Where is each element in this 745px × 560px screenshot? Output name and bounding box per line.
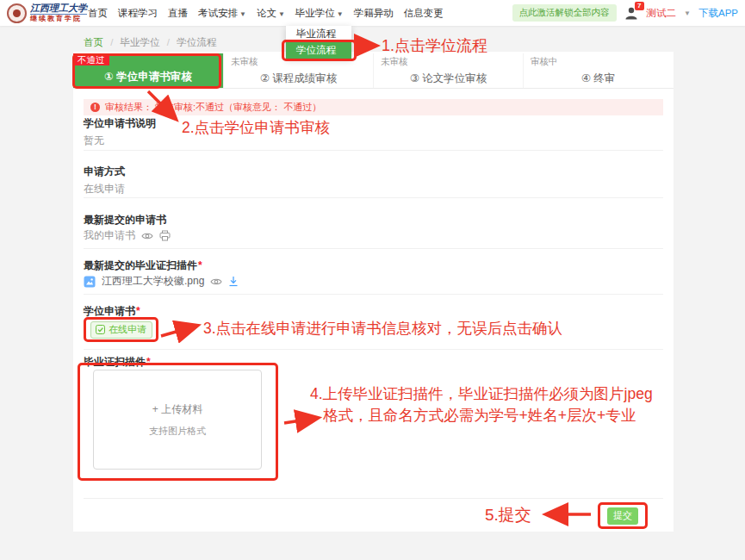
plus-icon: + [152,403,158,415]
alert-text: 审核结果： 学校审核:不通过（审核意见： 不通过） [105,101,321,114]
chevron-down-icon: ▼ [239,10,246,18]
latest-application-row: 我的申请书 [84,228,171,243]
divider [84,349,663,350]
exclamation-circle-icon: ! [90,103,100,112]
activate-unlock-button[interactable]: 点此激活解锁全部内容 [512,4,617,22]
nav-item-courses[interactable]: 课程学习 [118,7,158,20]
latest-application-label: 最新提交的申请书 [84,213,166,227]
tab-degree-application-review[interactable]: 不通过 ① 学位申请书审核 [73,53,223,88]
latest-application-value: 我的申请书 [84,228,135,243]
upload-hint: 支持图片格式 [149,425,206,438]
download-app-link[interactable]: 下载APP [698,7,738,20]
university-seal-icon [7,3,27,23]
degree-application-label: 学位申请书* [84,304,140,319]
method-value: 在线申请 [84,182,125,196]
user-avatar[interactable]: 7 [624,6,639,21]
breadcrumb-home[interactable]: 首页 [84,37,103,47]
divider [84,248,663,249]
divider [84,197,663,198]
top-navbar: 江西理工大学 继续教育学院 首页 课程学习 直播 考试安排▼ 论文▼ 毕业学位▼… [0,0,745,26]
dropdown-item-graduation-process[interactable]: 毕业流程 [286,26,351,42]
nav-item-live[interactable]: 直播 [168,7,188,20]
nav-item-home[interactable]: 首页 [88,7,108,20]
degree-process-panel: 不通过 ① 学位申请书审核 未审核 ② 课程成绩审核 未审核 ③ 论文学位审核 … [73,52,674,532]
tab-course-grade-review[interactable]: 未审核 ② 课程成绩审核 [223,53,373,88]
logo-university-name: 江西理工大学 [30,3,87,15]
desc-label: 学位申请书说明 [84,116,156,131]
tab-thesis-degree-review[interactable]: 未审核 ③ 论文学位审核 [373,53,523,88]
image-file-icon [84,276,96,288]
nav-item-info-change[interactable]: 信息变更 [404,7,444,20]
method-label: 申请方式 [84,165,125,179]
divider [84,294,663,295]
upload-text: 上传材料 [161,403,202,415]
submit-button[interactable]: 提交 [607,507,638,525]
desc-value: 暂无 [84,134,104,148]
latest-scan-label: 最新提交的毕业证扫描件* [84,258,202,273]
graduation-degree-dropdown: 毕业流程 学位流程 [286,26,351,59]
nav-item-thesis[interactable]: 论文▼ [257,7,285,20]
review-result-alert: ! 审核结果： 学校审核:不通过（审核意见： 不通过） [84,99,663,115]
nav-item-status-change[interactable]: 学籍异动 [354,7,394,20]
breadcrumb-level3[interactable]: 学位流程 [177,37,216,47]
download-icon[interactable] [228,276,239,287]
latest-scan-row: 江西理工大学校徽.png [84,274,239,289]
status-badge: 不通过 [73,53,109,65]
eye-icon[interactable] [141,231,153,241]
notification-badge: 7 [635,2,643,10]
chevron-down-icon: ▼ [684,9,691,17]
divider [84,150,663,151]
review-step-tabs: 不通过 ① 学位申请书审核 未审核 ② 课程成绩审核 未审核 ③ 论文学位审核 … [73,53,674,89]
scan-file-name[interactable]: 江西理工大学校徽.png [102,274,204,289]
eye-icon[interactable] [210,277,222,287]
online-apply-button[interactable]: 在线申请 [90,321,152,339]
divider [84,498,663,499]
navbar-right-cluster: 点此激活解锁全部内容 7 测试二 ▼ 下载APP [512,0,738,26]
nav-item-graduation-degree[interactable]: 毕业学位▼ [295,7,344,20]
username-menu[interactable]: 测试二 [647,7,677,20]
chevron-down-icon: ▼ [278,10,285,18]
printer-icon[interactable] [159,230,171,241]
tab-final-review[interactable]: 审核中 ④ 终审 [523,53,673,88]
annotation-box-online-apply: 在线申请 [84,317,158,342]
breadcrumb: 首页 / 毕业学位 / 学位流程 [84,36,216,49]
chevron-down-icon: ▼ [337,10,344,18]
logo-college-name: 继续教育学院 [30,15,87,23]
check-square-icon [96,325,105,334]
upload-dropzone[interactable]: + 上传材料 支持图片格式 [93,370,262,470]
main-nav-menu: 首页 课程学习 直播 考试安排▼ 论文▼ 毕业学位▼ 学籍异动 信息变更 [88,0,444,26]
site-logo[interactable]: 江西理工大学 继续教育学院 [7,3,87,23]
nav-item-exams[interactable]: 考试安排▼ [198,7,246,20]
dropdown-item-degree-process[interactable]: 学位流程 [286,42,351,59]
scan-upload-label: 毕业证扫描件* [84,355,151,370]
annotation-box-submit: 提交 [598,502,648,529]
breadcrumb-level2[interactable]: 毕业学位 [121,37,160,47]
